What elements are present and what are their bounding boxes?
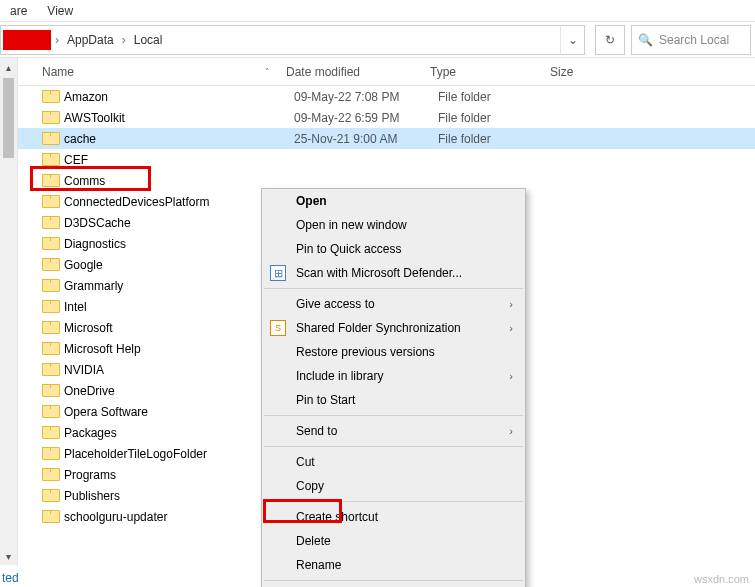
tab-share[interactable]: are [0,2,37,20]
status-text: ted [2,571,19,585]
menu-shared-sync-label: Shared Folder Synchronization [296,321,461,335]
file-name: Google [64,258,294,272]
file-date: 09-May-22 7:08 PM [294,90,438,104]
chevron-right-icon: › [122,33,126,47]
crumb-appdata[interactable]: AppData [63,31,118,49]
file-name: Microsoft Help [64,342,294,356]
column-name-label: Name [42,65,74,79]
table-row[interactable]: Amazon09-May-22 7:08 PMFile folder [18,86,755,107]
context-menu: Open Open in new window Pin to Quick acc… [261,188,526,587]
defender-icon: ⊞ [270,265,286,281]
menu-include-library[interactable]: Include in library › [262,364,525,388]
folder-icon [42,237,58,250]
menu-separator [264,415,523,416]
sync-icon: S [270,320,286,336]
chevron-right-icon: › [509,322,513,334]
crumb-local[interactable]: Local [130,31,167,49]
menu-restore-versions[interactable]: Restore previous versions [262,340,525,364]
table-row[interactable]: CEF [18,149,755,170]
file-name: schoolguru-updater [64,510,294,524]
address-dropdown[interactable]: ⌄ [560,26,584,54]
scrollbar-track[interactable] [0,76,17,547]
file-date: 25-Nov-21 9:00 AM [294,132,438,146]
folder-icon [42,384,58,397]
menu-create-shortcut[interactable]: Create shortcut [262,505,525,529]
menu-open[interactable]: Open [262,189,525,213]
file-name: Publishers [64,489,294,503]
search-icon: 🔍 [638,33,653,47]
file-name: D3DSCache [64,216,294,230]
scrollbar-thumb[interactable] [3,78,14,158]
ribbon-tabs: are View [0,0,755,22]
menu-separator [264,580,523,581]
chevron-right-icon: › [509,298,513,310]
search-placeholder: Search Local [659,33,729,47]
folder-icon [42,321,58,334]
menu-scan-defender[interactable]: ⊞ Scan with Microsoft Defender... [262,261,525,285]
folder-icon [42,468,58,481]
folder-icon [42,342,58,355]
table-row[interactable]: AWSToolkit09-May-22 6:59 PMFile folder [18,107,755,128]
menu-pin-start[interactable]: Pin to Start [262,388,525,412]
menu-scan-defender-label: Scan with Microsoft Defender... [296,266,462,280]
folder-icon [42,90,58,103]
folder-icon [42,258,58,271]
address-bar[interactable]: › AppData › Local ⌄ [0,25,585,55]
menu-separator [264,288,523,289]
menu-separator [264,446,523,447]
folder-icon [42,510,58,523]
menu-send-to[interactable]: Send to › [262,419,525,443]
column-headers: Name ˄ Date modified Type Size [18,58,755,86]
folder-icon [42,111,58,124]
file-name: cache [64,132,294,146]
menu-give-access-label: Give access to [296,297,375,311]
watermark: wsxdn.com [694,573,749,585]
file-name: CEF [64,153,294,167]
folder-icon [42,447,58,460]
menu-rename[interactable]: Rename [262,553,525,577]
file-type: File folder [438,111,558,125]
folder-icon [42,300,58,313]
search-input[interactable]: 🔍 Search Local [631,25,751,55]
file-name: NVIDIA [64,363,294,377]
folder-icon [42,174,58,187]
menu-open-new-window[interactable]: Open in new window [262,213,525,237]
menu-give-access[interactable]: Give access to › [262,292,525,316]
file-name: Comms [64,174,294,188]
menu-cut[interactable]: Cut [262,450,525,474]
menu-pin-quick-access[interactable]: Pin to Quick access [262,237,525,261]
folder-icon [42,426,58,439]
refresh-icon: ↻ [605,33,615,47]
folder-icon [42,489,58,502]
sort-indicator-icon: ˄ [265,67,270,77]
scrollbar-up-icon[interactable]: ▴ [0,58,17,76]
column-type[interactable]: Type [422,65,542,79]
column-date[interactable]: Date modified [278,65,422,79]
file-name: AWSToolkit [64,111,294,125]
file-type: File folder [438,90,558,104]
column-name[interactable]: Name ˄ [18,65,278,79]
column-size[interactable]: Size [542,65,622,79]
refresh-button[interactable]: ↻ [595,25,625,55]
tab-view[interactable]: View [37,2,83,20]
chevron-right-icon: › [509,370,513,382]
chevron-right-icon: › [509,425,513,437]
file-name: Programs [64,468,294,482]
folder-icon [42,279,58,292]
menu-shared-sync[interactable]: S Shared Folder Synchronization › [262,316,525,340]
nav-scrollbar[interactable]: ▴ ▾ [0,58,18,565]
file-name: Amazon [64,90,294,104]
file-name: Grammarly [64,279,294,293]
menu-separator [264,501,523,502]
table-row[interactable]: cache25-Nov-21 9:00 AMFile folder [18,128,755,149]
file-name: Diagnostics [64,237,294,251]
file-name: Microsoft [64,321,294,335]
menu-copy[interactable]: Copy [262,474,525,498]
folder-icon [42,405,58,418]
folder-icon [42,363,58,376]
file-name: PlaceholderTileLogoFolder [64,447,294,461]
scrollbar-down-icon[interactable]: ▾ [0,547,17,565]
menu-delete[interactable]: Delete [262,529,525,553]
file-name: Opera Software [64,405,294,419]
menu-send-to-label: Send to [296,424,337,438]
